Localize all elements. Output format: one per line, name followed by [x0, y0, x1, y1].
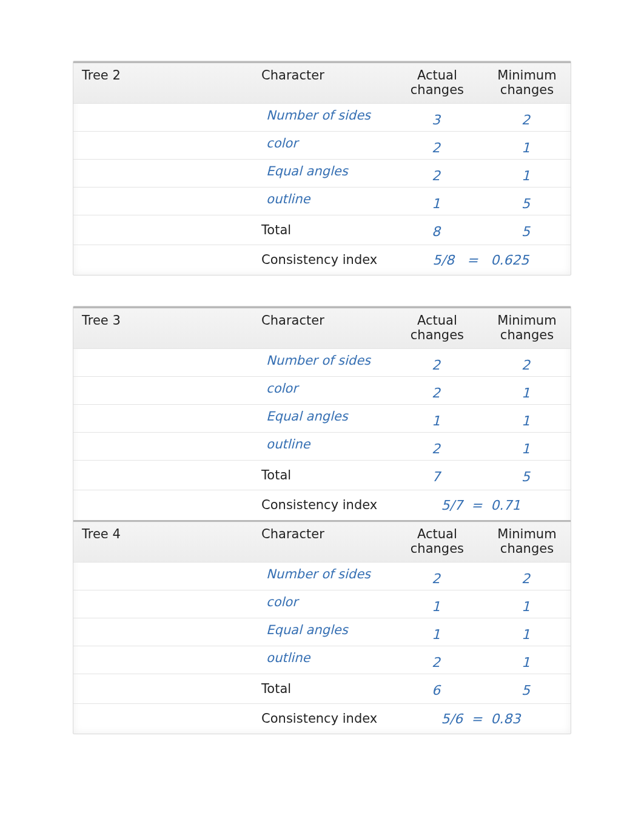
character-label: color — [253, 590, 391, 614]
col-character: Character — [253, 63, 391, 89]
table-header-row: Tree 4 Character Actual changes Minimum … — [73, 521, 571, 563]
total-row: Total 6 5 — [73, 674, 571, 704]
total-actual: 7 — [391, 461, 481, 488]
min-value: 1 — [481, 160, 571, 187]
character-label: color — [253, 132, 391, 155]
character-label: Number of sides — [253, 563, 391, 586]
actual-value: 2 — [391, 132, 481, 159]
total-row: Total 8 5 — [73, 215, 571, 245]
character-label: outline — [253, 188, 391, 211]
table-row: Number of sides 3 2 — [73, 104, 571, 132]
actual-value: 2 — [391, 160, 481, 187]
tree-title: Tree 3 — [73, 308, 253, 334]
tree2-table: Tree 2 Character Actual changes Minimum … — [73, 61, 571, 275]
table-row: Number of sides 2 2 — [73, 563, 571, 590]
min-value: 1 — [481, 377, 571, 404]
col-minimum: Minimum changes — [481, 308, 571, 348]
col-actual: Actual changes — [391, 522, 481, 562]
tree2-panel: Tree 2 Character Actual changes Minimum … — [73, 61, 571, 276]
min-value: 1 — [481, 618, 571, 646]
actual-value: 3 — [391, 104, 481, 131]
table-row: Equal angles 1 1 — [73, 405, 571, 433]
total-label: Total — [253, 215, 391, 245]
table-row: Equal angles 1 1 — [73, 618, 571, 646]
character-label: Number of sides — [253, 104, 391, 127]
table-row: outline 2 1 — [73, 433, 571, 461]
total-row: Total 7 5 — [73, 461, 571, 490]
col-actual: Actual changes — [391, 63, 481, 103]
actual-value: 2 — [391, 646, 481, 674]
total-min: 5 — [481, 674, 571, 701]
table-row: Number of sides 2 2 — [73, 349, 571, 377]
table-row: outline 2 1 — [73, 646, 571, 674]
actual-value: 1 — [391, 618, 481, 646]
character-label: Number of sides — [253, 349, 391, 372]
character-label: color — [253, 377, 391, 400]
ci-value: 5/8 = 0.625 — [391, 245, 571, 275]
min-value: 1 — [481, 132, 571, 159]
character-label: outline — [253, 646, 391, 669]
character-label: Equal angles — [253, 618, 391, 641]
actual-value: 2 — [391, 563, 481, 590]
character-label: Equal angles — [253, 405, 391, 428]
table-header-row: Tree 3 Character Actual changes Minimum … — [73, 308, 571, 349]
total-actual: 8 — [391, 215, 481, 243]
min-value: 1 — [481, 590, 571, 618]
tree-title: Tree 2 — [73, 63, 253, 89]
table-row: outline 1 5 — [73, 188, 571, 215]
tree-title: Tree 4 — [73, 522, 253, 547]
col-actual: Actual changes — [391, 308, 481, 348]
ci-value: 5/7 = 0.71 — [391, 490, 571, 520]
ci-row: Consistency index 5/8 = 0.625 — [73, 245, 571, 276]
total-label: Total — [253, 674, 391, 703]
min-value: 5 — [481, 188, 571, 215]
table-row: Equal angles 2 1 — [73, 160, 571, 188]
table-header-row: Tree 2 Character Actual changes Minimum … — [73, 63, 571, 104]
col-minimum: Minimum changes — [481, 63, 571, 103]
min-value: 1 — [481, 646, 571, 674]
tree3-4-panel: Tree 3 Character Actual changes Minimum … — [73, 306, 571, 734]
actual-value: 1 — [391, 405, 481, 432]
col-minimum: Minimum changes — [481, 522, 571, 562]
actual-value: 2 — [391, 349, 481, 376]
actual-value: 1 — [391, 188, 481, 215]
actual-value: 2 — [391, 377, 481, 404]
actual-value: 1 — [391, 590, 481, 618]
ci-row: Consistency index 5/7 = 0.71 — [73, 490, 571, 521]
table-row: color 2 1 — [73, 132, 571, 160]
min-value: 1 — [481, 405, 571, 432]
min-value: 2 — [481, 104, 571, 131]
ci-label: Consistency index — [253, 704, 391, 733]
ci-row: Consistency index 5/6 = 0.83 — [73, 704, 571, 734]
ci-label: Consistency index — [253, 245, 391, 274]
min-value: 2 — [481, 563, 571, 590]
total-min: 5 — [481, 215, 571, 243]
table-row: color 2 1 — [73, 377, 571, 405]
total-actual: 6 — [391, 674, 481, 701]
character-label: Equal angles — [253, 160, 391, 183]
min-value: 1 — [481, 433, 571, 460]
actual-value: 2 — [391, 433, 481, 460]
table-row: color 1 1 — [73, 590, 571, 618]
col-character: Character — [253, 522, 391, 547]
ci-value: 5/6 = 0.83 — [391, 704, 571, 734]
ci-label: Consistency index — [253, 490, 391, 519]
col-character: Character — [253, 308, 391, 334]
total-label: Total — [253, 461, 391, 490]
character-label: outline — [253, 433, 391, 456]
tree3-table: Tree 3 Character Actual changes Minimum … — [73, 306, 571, 734]
min-value: 2 — [481, 349, 571, 376]
total-min: 5 — [481, 461, 571, 488]
